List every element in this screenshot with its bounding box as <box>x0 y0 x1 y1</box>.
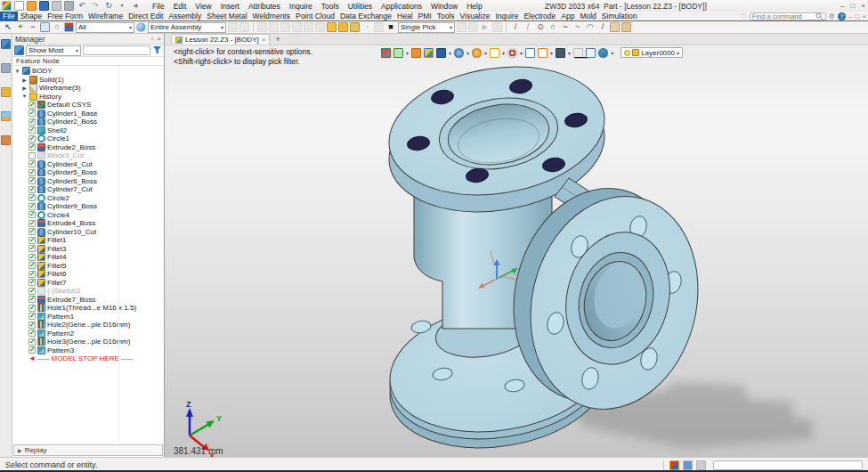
tree-item-cylinder6-boss[interactable]: Cylinder6_Boss <box>12 177 164 186</box>
feature-checkbox[interactable] <box>28 228 36 235</box>
app-logo[interactable] <box>2 1 12 11</box>
collapse-toolbar-icon[interactable]: ◀ <box>130 1 141 12</box>
tree-search-input[interactable] <box>83 45 150 55</box>
feature-checkbox[interactable] <box>28 110 36 117</box>
ribbon-tab-pmi[interactable]: PMI <box>416 12 434 21</box>
feature-checkbox[interactable] <box>28 288 36 295</box>
tree-item-extrude4-boss[interactable]: Extrude4_Boss <box>12 219 164 228</box>
tree-item-hole1-thread-e-m16-x-1-5[interactable]: Hole1(Thread...e M16 x 1.5) <box>12 304 164 313</box>
exit-env-icon[interactable] <box>381 48 391 58</box>
panel-toggle-icon[interactable] <box>696 460 706 470</box>
plot-icon[interactable] <box>64 1 74 11</box>
collapse-icon[interactable]: ▼ <box>21 94 28 99</box>
menu-window[interactable]: Window <box>426 2 462 11</box>
feature-checkbox[interactable] <box>28 152 36 159</box>
menu-file[interactable]: File <box>148 2 169 11</box>
polygon-pick-icon[interactable]: ○ <box>52 22 62 33</box>
scope-combo[interactable]: Entire Assembly▾ <box>148 22 226 33</box>
find-command-box[interactable] <box>750 12 826 20</box>
tree-item-model-stop-here[interactable]: ◄----- MODEL STOP HERE ----- <box>12 354 164 363</box>
frame-display-icon[interactable] <box>538 48 548 58</box>
feature-checkbox[interactable] <box>28 313 36 320</box>
scope-world-icon[interactable] <box>136 22 146 32</box>
pick-mode-combo[interactable]: Single Pick▾ <box>398 22 455 33</box>
quick-input-field[interactable] <box>713 460 863 470</box>
ribbon-tab-sheet-metal[interactable]: Sheet Metal <box>204 12 249 21</box>
ribbon-tab-inquire[interactable]: Inquire <box>492 12 521 21</box>
insert-ref-5-icon[interactable] <box>304 22 313 32</box>
render-tab-icon[interactable] <box>1 111 11 121</box>
tree-item-cylinder4-cut[interactable]: Cylinder4_Cut <box>12 160 164 169</box>
new-file-icon[interactable] <box>14 1 24 11</box>
drag-hand-icon[interactable] <box>610 22 620 32</box>
ribbon-tab-free-form[interactable]: Free Form <box>45 12 85 21</box>
history-clock-icon[interactable]: ◔ <box>361 22 372 33</box>
feature-checkbox[interactable] <box>28 169 36 176</box>
line-icon[interactable]: / <box>510 22 521 33</box>
line-2pt-icon[interactable]: / <box>597 22 608 33</box>
panel-minimize-icon[interactable]: ▫ <box>150 35 153 44</box>
feature-checkbox[interactable] <box>28 160 36 167</box>
tab-close-icon[interactable]: × <box>262 36 266 44</box>
remove-from-selection-icon[interactable]: − <box>28 22 38 33</box>
doc-close-icon[interactable]: × <box>862 12 866 21</box>
ribbon-tab-data-exchange[interactable]: Data Exchange <box>337 12 394 21</box>
section-view-icon-caret[interactable]: ▾ <box>520 50 523 56</box>
tree-item-fillet4[interactable]: Fillet4 <box>12 253 164 262</box>
qa-caret[interactable]: ▾ <box>117 1 127 12</box>
doc-restore-icon[interactable]: □ <box>855 12 859 21</box>
tree-item-circle4[interactable]: Circle4 <box>12 211 164 220</box>
tree-item-history[interactable]: ▼History <box>12 93 164 102</box>
feature-checkbox[interactable] <box>28 186 36 193</box>
background-icon[interactable] <box>490 48 499 58</box>
feature-checkbox[interactable] <box>28 118 36 126</box>
insert-ref-1-icon[interactable] <box>257 22 267 32</box>
restore-icon[interactable]: □ <box>850 0 855 12</box>
model-canvas[interactable]: Z Y X <right-click> for context-sensitiv… <box>165 45 868 457</box>
tree-item-wireframe-3[interactable]: ▶Wireframe(3) <box>12 84 164 93</box>
filter-combo[interactable]: All▾ <box>76 22 134 33</box>
layer-combo[interactable]: Layer0000▾ <box>621 47 683 58</box>
feature-checkbox[interactable] <box>28 254 36 261</box>
panel-close-icon[interactable]: × <box>157 35 161 44</box>
ribbon-tab-heal[interactable]: Heal <box>394 12 415 21</box>
glue-icon[interactable] <box>468 22 478 32</box>
tree-item-default-csys[interactable]: Default CSYS <box>12 101 164 110</box>
feature-checkbox[interactable] <box>28 245 36 252</box>
zoom-window-icon[interactable] <box>525 48 535 58</box>
tree-item-pattern1[interactable]: Pattern1 <box>12 313 164 321</box>
feature-checkbox[interactable] <box>28 143 36 151</box>
visual-tab-icon[interactable] <box>1 87 11 97</box>
snap-toggle-icon[interactable] <box>669 460 679 470</box>
new-tab-button[interactable]: + <box>272 34 282 45</box>
ribbon-tab-tools[interactable]: Tools <box>434 12 458 21</box>
expand-icon[interactable]: ▶ <box>21 77 28 83</box>
stop-record-icon[interactable]: ■ <box>385 22 396 33</box>
regen-icon[interactable]: ↻ <box>103 1 114 12</box>
feature-checkbox[interactable] <box>28 177 36 184</box>
tree-item-cylinder10-cut[interactable]: Cylinder10_Cut <box>12 228 164 237</box>
menu-help[interactable]: Help <box>462 2 486 11</box>
ribbon-tab-electrode[interactable]: Electrode <box>521 12 558 21</box>
tree-item-fillet5[interactable]: Fillet5 <box>12 262 164 271</box>
feature-checkbox[interactable] <box>28 321 36 329</box>
feature-checkbox[interactable] <box>28 126 36 134</box>
display-mode-icon[interactable] <box>436 48 446 58</box>
feature-checkbox[interactable] <box>28 262 36 269</box>
ribbon-tab-mold[interactable]: Mold <box>577 12 598 21</box>
tree-item-pattern3[interactable]: Pattern3 <box>12 346 164 355</box>
doc-minimize-icon[interactable]: – <box>848 12 852 21</box>
sketch-edit-icon[interactable] <box>411 48 421 58</box>
wireframe-display-icon-caret[interactable]: ▾ <box>466 50 469 56</box>
ribbon-tab-file[interactable]: File <box>0 12 18 21</box>
tree-column-header[interactable]: Feature Node <box>12 57 164 66</box>
feature-checkbox[interactable] <box>28 279 36 286</box>
tree-item-cylinder5-boss[interactable]: Cylinder5_Boss <box>12 168 164 177</box>
favorite-heart-icon[interactable]: ♡ <box>741 12 747 21</box>
feature-checkbox[interactable] <box>28 194 36 201</box>
window-pick-icon[interactable] <box>40 22 50 32</box>
tree-item-pattern2[interactable]: Pattern2 <box>12 330 164 338</box>
ribbon-tab-weldments[interactable]: Weldments <box>250 12 293 21</box>
monitor-icon-caret[interactable]: ▾ <box>568 50 571 56</box>
tree-item-extrude2-boss[interactable]: Extrude2_Boss <box>12 143 164 152</box>
